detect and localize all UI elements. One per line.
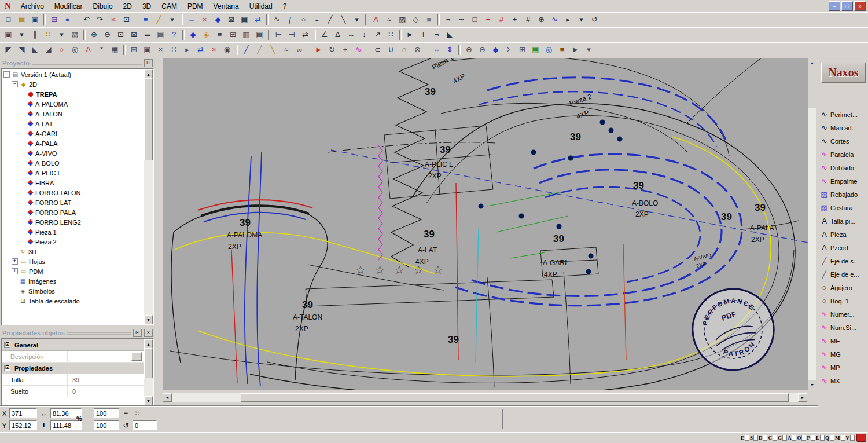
diamond-small-icon[interactable]: ◆ [489, 43, 502, 56]
tool-pieza[interactable]: APieza [818, 228, 868, 241]
fillet-bl-icon[interactable]: ◣ [28, 43, 42, 56]
properties-section-general[interactable]: ⊡ General [2, 339, 144, 351]
save-icon[interactable]: ▣ [28, 13, 42, 25]
tool-cortes[interactable]: ∿Cortes [818, 134, 868, 148]
y-coordinate-field[interactable]: 152.12 [9, 420, 37, 430]
project-panel-pin-button[interactable]: ⊡ [144, 59, 153, 67]
tool-boq-1[interactable]: ○Boq. 1 [818, 294, 868, 307]
zoom-window-icon[interactable]: ⊡ [114, 28, 127, 41]
tree-item[interactable]: FIBRA [2, 178, 144, 188]
info-icon[interactable]: ● [61, 13, 74, 25]
magnify-icon[interactable]: ⊕ [462, 43, 476, 56]
tree-item[interactable]: FORRO LENG2 [2, 217, 144, 227]
close-button[interactable]: × [854, 1, 866, 11]
diamond-orange-icon[interactable]: ◈ [200, 28, 213, 41]
tree-item[interactable]: ↻3D [2, 247, 144, 257]
sine-magenta-icon[interactable]: ∿ [352, 43, 365, 56]
pencil-icon[interactable]: ╱ [152, 13, 165, 25]
mode-indicator-box[interactable] [820, 435, 825, 441]
zoom-y-field[interactable]: 100 [94, 420, 119, 430]
tool-eje-de-s-[interactable]: ╱Eje de s... [818, 254, 868, 268]
corner-icon[interactable]: ¬ [442, 13, 455, 25]
expand-icon[interactable]: + [12, 268, 18, 274]
new-icon[interactable]: □ [2, 13, 15, 25]
mode-c[interactable]: C [768, 435, 777, 441]
diamond-tool-icon[interactable]: ◆ [211, 13, 225, 25]
tool-marcad-[interactable]: ∿Marcad... [818, 121, 868, 134]
mode-v[interactable]: V [846, 435, 855, 441]
paste-piece-icon[interactable]: ▣ [141, 43, 154, 56]
mode-indicator-box[interactable] [782, 435, 787, 441]
cut-piece-icon[interactable]: × [154, 43, 167, 56]
triangle-icon[interactable]: ∆ [331, 28, 344, 41]
tool-me[interactable]: ∿ME [818, 334, 868, 347]
talla-value[interactable]: 39 [68, 376, 144, 383]
mode-indicator-box[interactable] [773, 435, 777, 441]
hash-icon[interactable]: # [521, 13, 535, 25]
node-dropdown-icon[interactable]: ▾ [350, 13, 363, 25]
pick-icon[interactable]: ▸ [561, 13, 575, 25]
target-icon[interactable]: ◎ [68, 43, 82, 56]
align-right-icon[interactable]: ⊣ [285, 28, 299, 41]
wedge-icon[interactable]: ◣ [443, 28, 457, 41]
label-icon[interactable]: A [82, 43, 95, 56]
xor-icon[interactable]: ⊗ [411, 43, 424, 56]
rotate-icon[interactable]: ↻ [325, 43, 339, 56]
intersect-icon[interactable]: ∩ [398, 43, 411, 56]
menu-cam[interactable]: CAM [156, 1, 182, 12]
tool-rebajado[interactable]: ▨Rebajado [818, 188, 868, 201]
mark-plus-icon[interactable]: + [481, 13, 495, 25]
mode-e[interactable]: E [741, 435, 749, 441]
pens-icon[interactable]: ∷ [42, 28, 55, 41]
property-value[interactable]: ... [68, 352, 144, 361]
sheet-icon[interactable]: □ [468, 13, 481, 25]
hatch-icon[interactable]: ▨ [396, 13, 409, 25]
shrink-icon[interactable]: ⊖ [476, 43, 489, 56]
tool-mp[interactable]: ∿MP [818, 361, 868, 374]
menu-dibujo[interactable]: Dibujo [88, 1, 118, 12]
fit-height-icon[interactable]: ⇕ [443, 43, 457, 56]
canvas-horizontal-scrollbar[interactable]: ◄ ► [163, 393, 807, 402]
copy-piece-icon[interactable]: ⊞ [127, 43, 141, 56]
print-preview-icon[interactable]: ▤ [154, 28, 167, 41]
star-icon[interactable]: * [95, 43, 108, 56]
step-icon[interactable]: ▸ [181, 43, 194, 56]
more-dropdown-icon[interactable]: ▾ [582, 43, 595, 56]
tree-item[interactable]: A-LAT [2, 119, 144, 129]
mode-d[interactable]: D [759, 435, 768, 441]
tree-item[interactable]: A-PLIC L [2, 168, 144, 178]
tool-num-si-[interactable]: ∿Num.Si... [818, 321, 868, 334]
properties-panel-close-button[interactable]: × [144, 329, 153, 337]
x-coordinate-field[interactable]: 371 [9, 408, 37, 418]
mode-p[interactable]: P [807, 435, 815, 441]
table-icon[interactable]: ▦ [238, 13, 251, 25]
stamp-icon[interactable]: ◉ [220, 43, 234, 56]
rows-icon[interactable]: ▤ [253, 28, 266, 41]
mirror-icon[interactable]: ⇄ [194, 43, 207, 56]
grid-cross-icon[interactable]: # [495, 13, 508, 25]
layers-icon[interactable]: ≡ [139, 13, 152, 25]
union-icon[interactable]: ∪ [384, 43, 398, 56]
tool-mx[interactable]: ∿MX [818, 374, 868, 387]
fillet-br-icon[interactable]: ◢ [42, 43, 55, 56]
undo-icon[interactable]: ↶ [80, 13, 93, 25]
scroll-thumb[interactable] [808, 67, 816, 108]
circle-icon[interactable]: ○ [297, 13, 310, 25]
grid-handle-icon[interactable]: ∷ [133, 409, 142, 418]
help-icon[interactable]: ? [167, 28, 181, 41]
mode-indicator-box[interactable] [811, 435, 815, 441]
maximize-button[interactable]: □ [841, 1, 853, 11]
stack-icon[interactable]: ≡ [213, 28, 226, 41]
scroll-up-icon[interactable]: ▲ [808, 58, 816, 67]
mode-o[interactable]: O [797, 435, 806, 441]
subset-icon[interactable]: ⊂ [371, 43, 384, 56]
scroll-down-icon[interactable]: ▼ [808, 380, 816, 389]
tool-mg[interactable]: ∿MG [818, 347, 868, 361]
sine-icon[interactable]: ∿ [270, 13, 284, 25]
collapse-icon[interactable]: ⊡ [4, 365, 10, 371]
ruler-icon[interactable]: ═ [141, 28, 154, 41]
menu-ventana[interactable]: Ventana [208, 1, 244, 12]
menu-utilidad[interactable]: Utilidad [244, 1, 278, 12]
print-icon[interactable]: ⊟ [47, 13, 61, 25]
tree-item[interactable]: FORRO PALA [2, 207, 144, 217]
